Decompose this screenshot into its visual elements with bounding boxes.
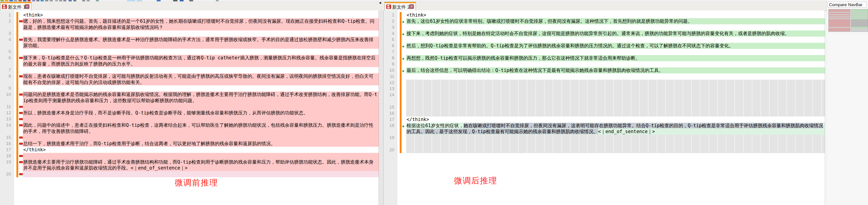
- toolbar-icon-fragment[interactable]: [127, 0, 135, 1]
- code-line[interactable]: 11: [0, 104, 379, 110]
- close-tab-icon[interactable]: ✕: [409, 4, 414, 9]
- toolbar-icon-fragment[interactable]: [73, 0, 76, 1]
- line-text[interactable]: 然后，想到Q-tip检查是非常有帮助的。Q-tip检查是为了评估膀胱的残余容量和…: [406, 43, 825, 49]
- toolbar-icon-fragment[interactable]: [14, 0, 17, 1]
- code-line[interactable]: 1<think>: [383, 12, 825, 18]
- line-text[interactable]: [23, 104, 379, 110]
- line-text[interactable]: [23, 116, 379, 122]
- code-line[interactable]: 15: [0, 134, 379, 141]
- toolbar-icon-fragment[interactable]: [5, 0, 8, 1]
- line-text[interactable]: 嗯，好的，我来想想这个问题。首先，题目描述的是一个61岁的女性，她长期在咳嗽或打…: [23, 18, 379, 31]
- toolbar-icon-fragment[interactable]: [63, 0, 66, 1]
- toolbar-icon-fragment[interactable]: [68, 0, 72, 1]
- code-line[interactable]: 7: [383, 49, 825, 55]
- code-line[interactable]: 13: [0, 116, 379, 122]
- line-text[interactable]: 问题问的是膀胱造瘘术是否能揭示她的残余容量和逼尿肌收缩情况。根据我的理解，膀胱造…: [23, 92, 379, 104]
- line-text[interactable]: 现在，患者在咳嗽或打喷嚏时不自觉排尿，这可能与膀胱的反射活动有关，可能是由于膀胱…: [23, 73, 379, 86]
- line-text[interactable]: 首先，我需要理解什么是膀胱造瘘术。膀胱造瘘术是一种治疗膀胱功能障碍的手术方法，通…: [23, 37, 379, 49]
- line-text[interactable]: 因此，问题中的描述中，患者正在接受妇科检查和Q-tip检查，这两者结合起来，可以…: [23, 122, 379, 134]
- code-line[interactable]: 7: [0, 67, 379, 73]
- code-line[interactable]: 11: [383, 73, 825, 80]
- code-line[interactable]: 16: [383, 110, 825, 116]
- code-line[interactable]: 2✚首先，这位61岁女性的症状非常特别。咳嗽或打喷嚏时不自觉排尿，但夜间没有漏尿…: [383, 18, 825, 24]
- line-text[interactable]: [406, 104, 825, 110]
- close-tab-icon[interactable]: ✕: [25, 4, 29, 9]
- line-text[interactable]: [406, 73, 825, 80]
- toolbar-icon-fragment[interactable]: [40, 0, 44, 1]
- line-text[interactable]: 接下来，Q-tip检查是什么？Q-tip检查是一种用于评估膀胱功能的检查方法，通…: [23, 55, 379, 67]
- toolbar-icon-fragment[interactable]: [157, 0, 161, 1]
- line-text[interactable]: [23, 31, 379, 37]
- line-text[interactable]: <think>: [406, 12, 825, 18]
- toolbar-icon-fragment[interactable]: [0, 0, 4, 1]
- toolbar-icon-fragment[interactable]: [216, 0, 219, 1]
- line-text[interactable]: 总结一下，膀胱造瘘术用于治疗，而Q-tip检查用于诊断，结合这两者，可以更好地了…: [23, 141, 379, 147]
- toolbar-icon-fragment[interactable]: [59, 0, 62, 1]
- code-line[interactable]: 2嗯，好的，我来想想这个问题。首先，题目描述的是一个61岁的女性，她长期在咳嗽或…: [0, 18, 379, 31]
- line-text[interactable]: [23, 67, 379, 73]
- code-line[interactable]: 14: [383, 92, 825, 104]
- line-text[interactable]: 再想想，既然Q-tip检查可以揭示膀胱的残余容量和膀胱的压力，那么它在这种情况下…: [406, 55, 825, 61]
- code-line[interactable]: 6接下来，Q-tip检查是什么？Q-tip检查是一种用于评估膀胱功能的检查方法，…: [0, 55, 379, 67]
- minimap-old-file[interactable]: [828, 9, 850, 32]
- toolbar-icon-fragment[interactable]: [137, 0, 142, 1]
- code-line[interactable]: 12: [383, 80, 825, 86]
- code-line[interactable]: 5: [0, 49, 379, 55]
- line-text[interactable]: </think>: [406, 116, 825, 123]
- line-text[interactable]: [406, 135, 825, 147]
- line-text[interactable]: <think>: [23, 12, 379, 18]
- line-text[interactable]: 最后，结合这些信息，可以明确得出结论：Q-tip检查在这种情况下是最有可能揭示她…: [406, 67, 825, 73]
- code-line[interactable]: 4✚接下来，考虑到她的症状，特别是她在特定活动时会不自觉排尿，这很可能是膀胱的功…: [383, 31, 825, 37]
- code-line[interactable]: 3: [0, 31, 379, 37]
- toolbar-icon-fragment[interactable]: [180, 0, 184, 1]
- line-text[interactable]: [23, 134, 379, 141]
- code-line[interactable]: 12所以，膀胱造瘘术本身是治疗手段，而不是诊断手段。Q-tip检查是诊断手段，能…: [0, 110, 379, 116]
- line-text[interactable]: [406, 37, 825, 43]
- line-text[interactable]: [406, 24, 825, 31]
- code-line[interactable]: 10✚最后，结合这些信息，可以明确得出结论：Q-tip检查在这种情况下是最有可能…: [383, 67, 825, 73]
- editor-pane-new[interactable]: 1<think>2✚首先，这位61岁女性的症状非常特别。咳嗽或打喷嚏时不自觉排尿…: [383, 10, 825, 205]
- code-line[interactable]: 8✚再想想，既然Q-tip检查可以揭示膀胱的残余容量和膀胱的压力，那么它在这种情…: [383, 55, 825, 61]
- code-line[interactable]: 18: [0, 153, 379, 159]
- line-text[interactable]: [406, 147, 825, 153]
- scroll-left-icon[interactable]: ◀: [379, 1, 381, 4]
- code-line[interactable]: 6✚然后，想到Q-tip检查是非常有帮助的。Q-tip检查是为了评估膀胱的残余容…: [383, 43, 825, 49]
- line-text[interactable]: [23, 153, 379, 159]
- code-line[interactable]: 3: [383, 24, 825, 31]
- line-text[interactable]: 接下来，考虑到她的症状，特别是她在特定活动时会不自觉排尿，这很可能是膀胱的功能异…: [406, 31, 825, 37]
- line-text[interactable]: [23, 49, 379, 55]
- line-text[interactable]: [406, 61, 825, 67]
- code-line[interactable]: 4首先，我需要理解什么是膀胱造瘘术。膀胱造瘘术是一种治疗膀胱功能障碍的手术方法，…: [0, 37, 379, 49]
- line-text[interactable]: </think>: [23, 147, 379, 153]
- line-text[interactable]: 首先，这位61岁女性的症状非常特别。咳嗽或打喷嚏时不自觉排尿，但夜间没有漏尿。这…: [406, 18, 825, 24]
- line-text[interactable]: [406, 49, 825, 55]
- toolbar-icon-fragment[interactable]: [28, 0, 31, 1]
- code-line[interactable]: 9: [383, 61, 825, 67]
- toolbar-icon-fragment[interactable]: [173, 0, 178, 1]
- line-text[interactable]: [406, 92, 825, 104]
- code-line[interactable]: 18✚根据这位61岁女性的症状，她在咳嗽或打喷嚏时不自觉排尿，但夜间没有漏尿，这…: [383, 123, 825, 135]
- code-line[interactable]: 14因此，问题中的描述中，患者正在接受妇科检查和Q-tip检查，这两者结合起来，…: [0, 122, 379, 134]
- tab-file-2[interactable]: 新文件 2 ✕: [384, 2, 416, 10]
- toolbar-icon-fragment[interactable]: [19, 0, 22, 1]
- line-text[interactable]: [23, 85, 379, 92]
- code-line[interactable]: 15: [383, 104, 825, 110]
- line-text[interactable]: [406, 80, 825, 86]
- line-text[interactable]: 膀胱造瘘术主要用于治疗膀胱功能障碍，通过手术改善膀胱结构和功能，而Q-tip检查…: [23, 159, 379, 171]
- code-line[interactable]: 19膀胱造瘘术主要用于治疗膀胱功能障碍，通过手术改善膀胱结构和功能，而Q-tip…: [0, 159, 379, 171]
- code-line[interactable]: 20: [383, 147, 825, 153]
- toolbar-icon-fragment[interactable]: [45, 0, 48, 1]
- code-line[interactable]: 8现在，患者在咳嗽或打喷嚏时不自觉排尿，这可能与膀胱的反射活动有关，可能是由于膀…: [0, 73, 379, 86]
- toolbar-icon-fragment[interactable]: [50, 0, 53, 1]
- pane-splitter[interactable]: [379, 10, 383, 205]
- tab-file-1[interactable]: 新文件 1 ✕: [0, 2, 31, 10]
- code-line[interactable]: 17</think>: [0, 147, 379, 153]
- minimap-new-file[interactable]: [851, 9, 868, 32]
- editor-pane-old[interactable]: 1<think>2嗯，好的，我来想想这个问题。首先，题目描述的是一个61岁的女性…: [0, 10, 379, 205]
- line-text[interactable]: [23, 171, 379, 177]
- line-text[interactable]: 根据这位61岁女性的症状，她在咳嗽或打喷嚏时不自觉排尿，但夜间没有漏尿，这表明可…: [406, 123, 825, 135]
- code-line[interactable]: 9: [0, 85, 379, 92]
- code-line[interactable]: 19: [383, 135, 825, 147]
- toolbar-icon-fragment[interactable]: [55, 0, 58, 1]
- code-line[interactable]: 5: [383, 37, 825, 43]
